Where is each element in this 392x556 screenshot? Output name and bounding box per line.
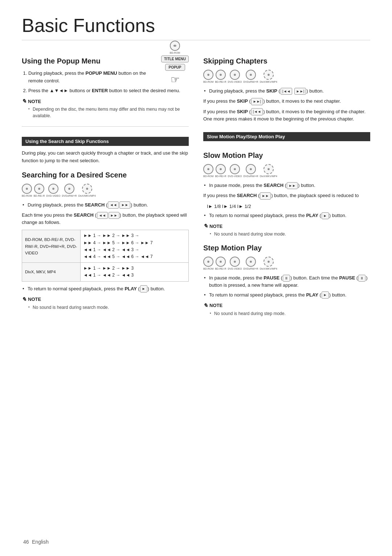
- popup-bold-1: POPUP MENU: [86, 70, 117, 76]
- popup-menu-section: Using the Popup Menu BD BD-ROM TITLE MEN…: [22, 57, 189, 119]
- search-bullet-1: During playback, press the SEARCH (◄◄►►)…: [22, 201, 189, 209]
- slow-note-list: No sound is heard during slow mode.: [203, 231, 370, 237]
- table-cell-disc-types-1: BD-ROM, BD-RE/-R, DVD-RW/-R, DVD+RW/+R, …: [22, 230, 81, 263]
- slow-para-1: If you press the SEARCH (►►) button, the…: [203, 192, 370, 199]
- page-lang: English: [32, 539, 49, 545]
- step-disc-bd-rom: ⊙ BD-ROM: [203, 257, 213, 270]
- step-note-item: No sound is heard during step mode.: [210, 310, 370, 317]
- title-menu-button: TITLE MENU: [161, 56, 189, 62]
- search-table-row-2: DivX, MKV, MP4 ►► 1 → ►► 2 → ►► 3 ◄◄ 1 →…: [22, 263, 189, 281]
- search-disc-icons: ⊙ BD-ROM ⊙ BD-RE/-R ⊙ DVD-VIDEO ⊙ DVD±RW…: [22, 184, 189, 197]
- search-each-text: Each time you press the SEARCH (◄◄►►) bu…: [22, 212, 189, 226]
- slow-note: ✎ NOTE No sound is heard during slow mod…: [203, 223, 370, 237]
- popup-step-2: Press the ▲▼◄► buttons or ENTER button t…: [28, 87, 189, 95]
- skip-disc-bd-re-r: ⊙ BD-RE/-R: [215, 70, 226, 83]
- table-cell-speeds-1: ►► 1 → ►► 2 → ►► 3 → ►► 4 → ►► 5 → ►► 6 …: [80, 230, 188, 263]
- search-note-label: ✎ NOTE: [22, 296, 189, 303]
- slow-play-icon: ►: [322, 212, 329, 220]
- slow-note-label: ✎ NOTE: [203, 223, 370, 229]
- disc-divx-mkv: ⊙ DivX/MKV/MP4: [78, 184, 96, 197]
- note-icon-4: ✎: [203, 302, 208, 309]
- skip-back-icon: |◄◄: [281, 88, 292, 95]
- step-motion-section: Step Motion Play ⊙ BD-ROM ⊙ BD-RE/-R ⊙ D…: [203, 244, 370, 317]
- bd-rom-disc-icon: BD BD-ROM: [170, 41, 180, 54]
- skip-disc-divx: ⊙ DivX/MKV/MP4: [260, 70, 277, 83]
- search-skip-header: Using the Search and Skip Functions: [22, 137, 189, 146]
- search-scene-section: Searching for a Desired Scene ⊙ BD-ROM ⊙…: [22, 171, 189, 311]
- slow-disc-dvd-video: ⊙ DVD-VIDEO: [228, 164, 242, 177]
- pause-icon: ⏸: [283, 275, 290, 282]
- skip-bullet-1: During playback, press the SKIP (|◄◄ ►►|…: [203, 87, 370, 95]
- search-left-btn: ◄◄: [108, 201, 119, 209]
- page-title: Basic Functions: [22, 15, 370, 40]
- search-icon-r: ►►: [109, 212, 119, 219]
- search-table-row-1: BD-ROM, BD-RE/-R, DVD-RW/-R, DVD+RW/+R, …: [22, 230, 189, 263]
- slow-bullets: In pause mode, press the SEARCH (►►) but…: [203, 182, 370, 189]
- remote-control-image: BD BD-ROM TITLE MENU POPUP ☞: [161, 41, 189, 86]
- search-return-item: To return to normal speed playback, pres…: [22, 285, 189, 293]
- slow-disc-bd-re-r: ⊙ BD-RE/-R: [215, 164, 226, 177]
- slow-search-icon-2: ►►: [260, 192, 271, 200]
- step-note-label: ✎ NOTE: [203, 302, 370, 309]
- search-right-btn: ►►: [119, 201, 130, 209]
- step-play-icon: ►: [322, 291, 329, 299]
- disc-bd-rom: ⊙ BD-ROM: [22, 184, 32, 197]
- skip-para-1: If you press the SKIP (►►|) button, it m…: [203, 98, 370, 105]
- search-scene-title: Searching for a Desired Scene: [22, 171, 189, 179]
- search-skip-body: During play, you can search quickly thro…: [22, 150, 189, 164]
- search-return-list: To return to normal speed playback, pres…: [22, 285, 189, 293]
- search-note-item: No sound is heard during search mode.: [28, 304, 189, 311]
- slow-search-icon: ►►: [287, 182, 298, 189]
- slow-speeds: I► 1/8 I► 1/4 I► 1/2: [207, 203, 370, 210]
- step-disc-dvd-video: ⊙ DVD-VIDEO: [228, 257, 242, 270]
- slow-note-item: No sound is heard during slow mode.: [210, 231, 370, 237]
- slow-bullet-1: In pause mode, press the SEARCH (►►) but…: [203, 182, 370, 189]
- popup-bold-2: ENTER: [92, 88, 108, 93]
- pause-icon-2: ⏸: [358, 275, 366, 282]
- popup-note-item: Depending on the disc, the menu items ma…: [28, 106, 189, 119]
- divider-1: [22, 126, 189, 127]
- search-speed-table: BD-ROM, BD-RE/-R, DVD-RW/-R, DVD+RW/+R, …: [22, 230, 189, 281]
- disc-bd-re-r: ⊙ BD-RE/-R: [33, 184, 45, 197]
- skip-disc-icons: ⊙ BD-ROM ⊙ BD-RE/-R ⊙ DVD-VIDEO ⊙ DVD±RW…: [203, 70, 370, 83]
- popup-note: ✎ NOTE Depending on the disc, the menu i…: [22, 98, 189, 119]
- slow-disc-bd-rom: ⊙ BD-ROM: [203, 164, 213, 177]
- skip-bullets: During playback, press the SKIP (|◄◄ ►►|…: [203, 87, 370, 95]
- slow-title: Slow Motion Play: [203, 151, 370, 160]
- disc-dvd-rw-r: ⊙ DVD±RW/+R: [62, 184, 77, 197]
- right-column: Skipping Chapters ⊙ BD-ROM ⊙ BD-RE/-R ⊙ …: [203, 50, 370, 320]
- step-disc-bd-re-r: ⊙ BD-RE/-R: [215, 257, 226, 270]
- slow-disc-divx: ⊙ DivX/MKV/MP4: [260, 164, 277, 177]
- popup-button: POPUP: [165, 64, 185, 71]
- play-icon: ►: [140, 285, 147, 293]
- popup-note-label: ✎ NOTE: [22, 98, 189, 105]
- search-note-list: No sound is heard during search mode.: [22, 304, 189, 311]
- slow-disc-icons: ⊙ BD-ROM ⊙ BD-RE/-R ⊙ DVD-VIDEO ⊙ DVD±RW…: [203, 164, 370, 177]
- step-bullet-1: In pause mode, press the PAUSE (⏸) butto…: [203, 274, 370, 289]
- step-disc-icons: ⊙ BD-ROM ⊙ BD-RE/-R ⊙ DVD-VIDEO ⊙ DVD±RW…: [203, 257, 370, 270]
- step-note: ✎ NOTE No sound is heard during step mod…: [203, 302, 370, 317]
- search-icon-l: ◄◄: [97, 212, 108, 219]
- slow-disc-dvd-rw: ⊙ DVD±RW/+R: [243, 164, 258, 177]
- note-icon-3: ✎: [203, 223, 208, 229]
- skip-chapters-section: Skipping Chapters ⊙ BD-ROM ⊙ BD-RE/-R ⊙ …: [203, 57, 370, 123]
- slow-motion-section: Slow Motion Play/Step Motion Play Slow M…: [203, 126, 370, 237]
- main-content: Using the Popup Menu BD BD-ROM TITLE MEN…: [22, 50, 370, 320]
- search-note: ✎ NOTE No sound is heard during search m…: [22, 296, 189, 311]
- search-skip-section: Using the Search and Skip Functions Duri…: [22, 130, 189, 164]
- page-number: 46: [23, 539, 29, 545]
- skip-para-2: If you press the SKIP (|◄◄) button, it m…: [203, 108, 370, 123]
- slow-motion-header: Slow Motion Play/Step Motion Play: [203, 132, 370, 141]
- step-disc-divx: ⊙ DivX/MKV/MP4: [260, 257, 277, 270]
- table-cell-disc-types-2: DivX, MKV, MP4: [22, 263, 81, 281]
- skip-disc-dvd-video: ⊙ DVD-VIDEO: [228, 70, 242, 83]
- skip-title: Skipping Chapters: [203, 57, 370, 65]
- skip-fwd-icon: ►►|: [294, 88, 306, 95]
- skip-disc-dvd-rw: ⊙ DVD±RW/+R: [243, 70, 258, 83]
- popup-note-list: Depending on the disc, the menu items ma…: [22, 106, 189, 119]
- skip-disc-bd-rom: ⊙ BD-ROM: [203, 70, 213, 83]
- slow-return-item: To return to normal speed playback, pres…: [203, 212, 370, 219]
- step-note-list: No sound is heard during step mode.: [203, 310, 370, 317]
- step-return-item: To return to normal speed playback, pres…: [203, 291, 370, 299]
- note-icon-2: ✎: [22, 296, 26, 303]
